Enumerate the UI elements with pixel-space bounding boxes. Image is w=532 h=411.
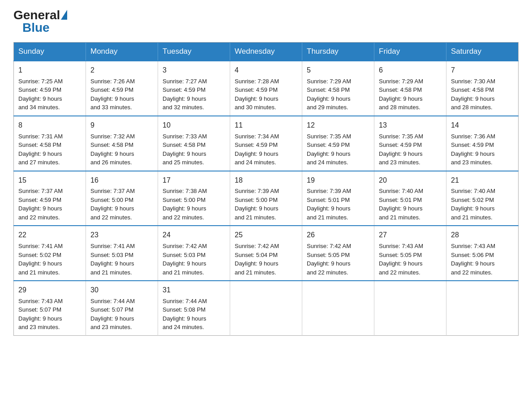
- day-info: Sunrise: 7:25 AMSunset: 4:59 PMDaylight:…: [18, 77, 81, 112]
- day-number: 2: [90, 65, 153, 76]
- day-info: Sunrise: 7:28 AMSunset: 4:59 PMDaylight:…: [235, 77, 297, 112]
- day-number: 1: [18, 65, 81, 76]
- calendar-day-cell: 21Sunrise: 7:40 AMSunset: 5:02 PMDayligh…: [446, 171, 519, 226]
- day-number: 19: [307, 175, 369, 186]
- calendar-day-cell: 29Sunrise: 7:43 AMSunset: 5:07 PMDayligh…: [14, 281, 86, 335]
- day-number: 15: [18, 175, 81, 186]
- calendar-day-cell: 2Sunrise: 7:26 AMSunset: 4:59 PMDaylight…: [86, 61, 158, 116]
- calendar-day-cell: [374, 281, 446, 335]
- weekday-header-wednesday: Wednesday: [230, 43, 302, 61]
- weekday-header-row: SundayMondayTuesdayWednesdayThursdayFrid…: [14, 43, 519, 61]
- day-info: Sunrise: 7:39 AMSunset: 5:01 PMDaylight:…: [307, 187, 369, 222]
- calendar-week-row: 22Sunrise: 7:41 AMSunset: 5:02 PMDayligh…: [14, 226, 519, 281]
- weekday-header-saturday: Saturday: [446, 43, 519, 61]
- calendar-day-cell: 23Sunrise: 7:41 AMSunset: 5:03 PMDayligh…: [86, 226, 158, 281]
- day-info: Sunrise: 7:43 AMSunset: 5:05 PMDaylight:…: [379, 242, 442, 277]
- day-info: Sunrise: 7:42 AMSunset: 5:03 PMDaylight:…: [163, 242, 225, 277]
- day-number: 18: [235, 175, 297, 186]
- logo-blue-text: Blue: [22, 21, 50, 34]
- calendar-week-row: 15Sunrise: 7:37 AMSunset: 4:59 PMDayligh…: [14, 171, 519, 226]
- weekday-header-thursday: Thursday: [302, 43, 374, 61]
- calendar-day-cell: 14Sunrise: 7:36 AMSunset: 4:59 PMDayligh…: [446, 116, 519, 171]
- day-number: 3: [163, 65, 225, 76]
- day-number: 21: [451, 175, 514, 186]
- day-info: Sunrise: 7:29 AMSunset: 4:58 PMDaylight:…: [307, 77, 369, 112]
- calendar-day-cell: 3Sunrise: 7:27 AMSunset: 4:59 PMDaylight…: [158, 61, 230, 116]
- day-number: 11: [235, 120, 297, 131]
- day-info: Sunrise: 7:37 AMSunset: 4:59 PMDaylight:…: [18, 187, 81, 222]
- day-info: Sunrise: 7:43 AMSunset: 5:07 PMDaylight:…: [18, 297, 81, 332]
- day-number: 30: [90, 285, 153, 296]
- calendar-day-cell: 22Sunrise: 7:41 AMSunset: 5:02 PMDayligh…: [14, 226, 86, 281]
- day-number: 7: [451, 65, 514, 76]
- day-number: 6: [379, 65, 442, 76]
- calendar-week-row: 29Sunrise: 7:43 AMSunset: 5:07 PMDayligh…: [14, 281, 519, 335]
- day-info: Sunrise: 7:40 AMSunset: 5:01 PMDaylight:…: [379, 187, 442, 222]
- day-number: 23: [90, 230, 153, 241]
- day-info: Sunrise: 7:41 AMSunset: 5:03 PMDaylight:…: [90, 242, 153, 277]
- calendar-day-cell: 7Sunrise: 7:30 AMSunset: 4:58 PMDaylight…: [446, 61, 519, 116]
- calendar-day-cell: 1Sunrise: 7:25 AMSunset: 4:59 PMDaylight…: [14, 61, 86, 116]
- calendar-day-cell: [230, 281, 302, 335]
- day-number: 13: [379, 120, 442, 131]
- calendar-week-row: 1Sunrise: 7:25 AMSunset: 4:59 PMDaylight…: [14, 61, 519, 116]
- day-info: Sunrise: 7:35 AMSunset: 4:59 PMDaylight:…: [307, 132, 369, 167]
- day-info: Sunrise: 7:44 AMSunset: 5:08 PMDaylight:…: [163, 297, 225, 332]
- day-number: 25: [235, 230, 297, 241]
- weekday-header-tuesday: Tuesday: [158, 43, 230, 61]
- day-info: Sunrise: 7:43 AMSunset: 5:06 PMDaylight:…: [451, 242, 514, 277]
- calendar-day-cell: 13Sunrise: 7:35 AMSunset: 4:59 PMDayligh…: [374, 116, 446, 171]
- day-number: 29: [18, 285, 81, 296]
- weekday-header-friday: Friday: [374, 43, 446, 61]
- day-info: Sunrise: 7:33 AMSunset: 4:58 PMDaylight:…: [163, 132, 225, 167]
- calendar-day-cell: 11Sunrise: 7:34 AMSunset: 4:59 PMDayligh…: [230, 116, 302, 171]
- day-number: 12: [307, 120, 369, 131]
- calendar-day-cell: 6Sunrise: 7:29 AMSunset: 4:58 PMDaylight…: [374, 61, 446, 116]
- day-number: 26: [307, 230, 369, 241]
- day-info: Sunrise: 7:27 AMSunset: 4:59 PMDaylight:…: [163, 77, 225, 112]
- calendar-day-cell: 19Sunrise: 7:39 AMSunset: 5:01 PMDayligh…: [302, 171, 374, 226]
- day-number: 16: [90, 175, 153, 186]
- calendar-day-cell: 31Sunrise: 7:44 AMSunset: 5:08 PMDayligh…: [158, 281, 230, 335]
- calendar-day-cell: 25Sunrise: 7:42 AMSunset: 5:04 PMDayligh…: [230, 226, 302, 281]
- day-number: 31: [163, 285, 225, 296]
- day-number: 10: [163, 120, 225, 131]
- day-info: Sunrise: 7:34 AMSunset: 4:59 PMDaylight:…: [235, 132, 297, 167]
- calendar-day-cell: 27Sunrise: 7:43 AMSunset: 5:05 PMDayligh…: [374, 226, 446, 281]
- day-info: Sunrise: 7:37 AMSunset: 5:00 PMDaylight:…: [90, 187, 153, 222]
- calendar-day-cell: 28Sunrise: 7:43 AMSunset: 5:06 PMDayligh…: [446, 226, 519, 281]
- calendar-day-cell: 12Sunrise: 7:35 AMSunset: 4:59 PMDayligh…: [302, 116, 374, 171]
- day-number: 20: [379, 175, 442, 186]
- calendar-day-cell: 24Sunrise: 7:42 AMSunset: 5:03 PMDayligh…: [158, 226, 230, 281]
- day-info: Sunrise: 7:26 AMSunset: 4:59 PMDaylight:…: [90, 77, 153, 112]
- day-number: 17: [163, 175, 225, 186]
- calendar-day-cell: 15Sunrise: 7:37 AMSunset: 4:59 PMDayligh…: [14, 171, 86, 226]
- day-info: Sunrise: 7:42 AMSunset: 5:05 PMDaylight:…: [307, 242, 369, 277]
- day-info: Sunrise: 7:38 AMSunset: 5:00 PMDaylight:…: [163, 187, 225, 222]
- day-info: Sunrise: 7:44 AMSunset: 5:07 PMDaylight:…: [90, 297, 153, 332]
- logo-triangle-icon: [61, 10, 67, 20]
- day-info: Sunrise: 7:35 AMSunset: 4:59 PMDaylight:…: [379, 132, 442, 167]
- calendar-day-cell: [302, 281, 374, 335]
- day-number: 14: [451, 120, 514, 131]
- weekday-header-sunday: Sunday: [14, 43, 86, 61]
- calendar-day-cell: 8Sunrise: 7:31 AMSunset: 4:58 PMDaylight…: [14, 116, 86, 171]
- calendar-day-cell: 20Sunrise: 7:40 AMSunset: 5:01 PMDayligh…: [374, 171, 446, 226]
- day-info: Sunrise: 7:30 AMSunset: 4:58 PMDaylight:…: [451, 77, 514, 112]
- day-info: Sunrise: 7:40 AMSunset: 5:02 PMDaylight:…: [451, 187, 514, 222]
- calendar-day-cell: 17Sunrise: 7:38 AMSunset: 5:00 PMDayligh…: [158, 171, 230, 226]
- calendar-day-cell: 4Sunrise: 7:28 AMSunset: 4:59 PMDaylight…: [230, 61, 302, 116]
- day-number: 5: [307, 65, 369, 76]
- calendar-day-cell: 16Sunrise: 7:37 AMSunset: 5:00 PMDayligh…: [86, 171, 158, 226]
- calendar-day-cell: 18Sunrise: 7:39 AMSunset: 5:00 PMDayligh…: [230, 171, 302, 226]
- day-info: Sunrise: 7:42 AMSunset: 5:04 PMDaylight:…: [235, 242, 297, 277]
- day-number: 8: [18, 120, 81, 131]
- logo: General Blue: [13, 9, 67, 34]
- day-number: 9: [90, 120, 153, 131]
- day-number: 28: [451, 230, 514, 241]
- logo-general-text: General: [13, 9, 60, 21]
- day-number: 22: [18, 230, 81, 241]
- day-number: 4: [235, 65, 297, 76]
- calendar-week-row: 8Sunrise: 7:31 AMSunset: 4:58 PMDaylight…: [14, 116, 519, 171]
- day-info: Sunrise: 7:32 AMSunset: 4:58 PMDaylight:…: [90, 132, 153, 167]
